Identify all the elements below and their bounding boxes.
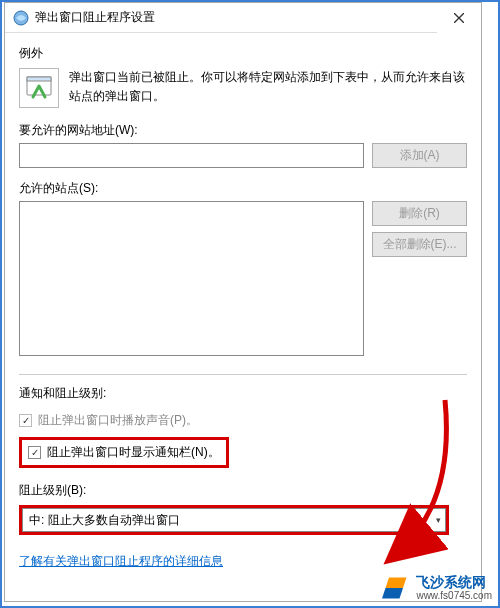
notification-section-label: 通知和阻止级别: bbox=[19, 385, 467, 402]
info-icon bbox=[19, 68, 59, 108]
block-level-select[interactable]: 中: 阻止大多数自动弹出窗口 ▾ bbox=[22, 508, 446, 532]
add-button[interactable]: 添加(A) bbox=[372, 143, 467, 168]
allowed-sites-label: 允许的站点(S): bbox=[19, 180, 467, 197]
play-sound-row[interactable]: 阻止弹出窗口时播放声音(P)。 bbox=[19, 412, 467, 429]
divider bbox=[19, 374, 467, 375]
svg-marker-6 bbox=[382, 588, 403, 599]
exceptions-heading: 例外 bbox=[19, 45, 467, 62]
learn-more-link[interactable]: 了解有关弹出窗口阻止程序的详细信息 bbox=[19, 554, 223, 568]
highlight-show-notification-bar: 阻止弹出窗口时显示通知栏(N)。 bbox=[19, 437, 229, 468]
svg-rect-4 bbox=[27, 77, 51, 81]
address-input[interactable] bbox=[19, 143, 364, 168]
allowed-sites-listbox[interactable] bbox=[19, 201, 364, 356]
highlight-block-level: 中: 阻止大多数自动弹出窗口 ▾ bbox=[19, 505, 449, 535]
play-sound-checkbox[interactable] bbox=[19, 414, 32, 427]
block-level-value: 中: 阻止大多数自动弹出窗口 bbox=[29, 512, 180, 529]
chevron-down-icon: ▾ bbox=[436, 515, 441, 525]
remove-button[interactable]: 删除(R) bbox=[372, 201, 467, 226]
show-notification-bar-checkbox[interactable] bbox=[28, 446, 41, 459]
close-button[interactable] bbox=[437, 3, 481, 33]
info-text: 弹出窗口当前已被阻止。你可以将特定网站添加到下表中，从而允许来自该站点的弹出窗口… bbox=[69, 68, 467, 106]
watermark: 飞沙系统网 www.fs0745.com bbox=[382, 574, 492, 602]
remove-all-button[interactable]: 全部删除(E)... bbox=[372, 232, 467, 257]
window-title: 弹出窗口阻止程序设置 bbox=[35, 9, 437, 26]
watermark-title: 飞沙系统网 bbox=[416, 574, 492, 590]
block-level-label: 阻止级别(B): bbox=[19, 482, 467, 499]
window-icon bbox=[13, 10, 29, 26]
address-label: 要允许的网站地址(W): bbox=[19, 122, 467, 139]
close-icon bbox=[454, 13, 464, 23]
info-row: 弹出窗口当前已被阻止。你可以将特定网站添加到下表中，从而允许来自该站点的弹出窗口… bbox=[19, 68, 467, 108]
show-notification-bar-label: 阻止弹出窗口时显示通知栏(N)。 bbox=[47, 444, 220, 461]
watermark-url: www.fs0745.com bbox=[416, 590, 492, 602]
titlebar: 弹出窗口阻止程序设置 bbox=[5, 3, 481, 33]
svg-marker-5 bbox=[386, 578, 407, 589]
watermark-logo-icon bbox=[382, 574, 410, 602]
play-sound-label: 阻止弹出窗口时播放声音(P)。 bbox=[38, 412, 198, 429]
